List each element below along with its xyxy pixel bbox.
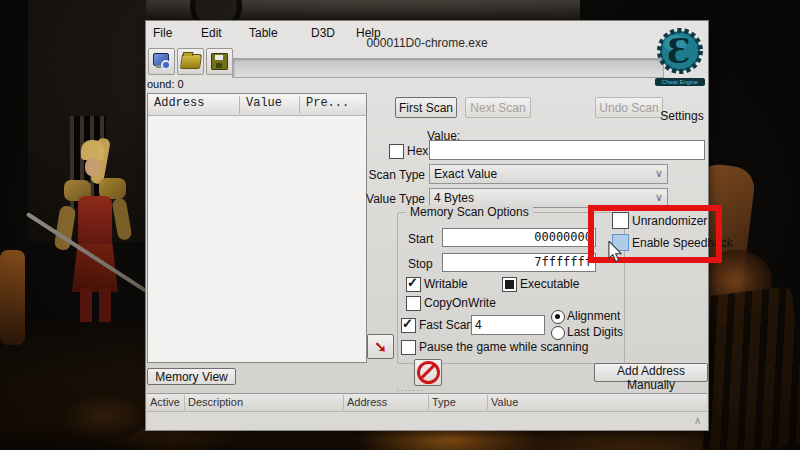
column-divider: [343, 395, 344, 410]
scan-type-select[interactable]: Exact Value ∨: [429, 164, 668, 184]
last-digits-radio[interactable]: [551, 326, 565, 340]
indeterminate-square-icon: [505, 280, 514, 289]
select-process-button[interactable]: [148, 48, 175, 75]
stop-label: Stop: [408, 257, 433, 271]
results-col-previous[interactable]: Pre...: [300, 96, 364, 114]
add-address-manually-button[interactable]: Add Address Manually: [594, 363, 708, 382]
found-count-label: ound: 0: [147, 78, 184, 90]
column-divider: [184, 395, 185, 410]
address-list-table: Active Description Address Type Value ∧: [147, 393, 707, 431]
settings-link[interactable]: Settings: [655, 109, 709, 123]
writable-checkbox[interactable]: ✓: [406, 277, 421, 292]
col-address[interactable]: Address: [347, 396, 387, 408]
save-floppy-icon: [211, 53, 228, 70]
blocked-icon: [417, 361, 440, 384]
scan-type-value: Exact Value: [434, 167, 497, 181]
svg-text:Ɛ: Ɛ: [667, 32, 691, 71]
pause-game-checkbox[interactable]: [401, 340, 416, 355]
col-description[interactable]: Description: [188, 396, 243, 408]
column-divider: [487, 395, 488, 410]
copyonwrite-checkbox[interactable]: [406, 296, 421, 311]
col-value[interactable]: Value: [491, 396, 518, 408]
logo-caption: Cheat Engine: [655, 78, 705, 86]
pause-game-label: Pause the game while scanning: [419, 340, 588, 354]
last-digits-label: Last Digits: [567, 325, 623, 339]
open-table-button[interactable]: [177, 48, 204, 75]
hex-label: Hex: [407, 144, 428, 158]
menu-file[interactable]: File: [153, 26, 172, 42]
col-type[interactable]: Type: [432, 396, 456, 408]
column-divider: [428, 395, 429, 410]
memory-view-button[interactable]: Memory View: [147, 368, 236, 385]
results-col-value[interactable]: Value: [240, 96, 300, 114]
scan-progress-bar: [232, 58, 664, 78]
start-address-input[interactable]: 00000000: [442, 228, 596, 247]
copy-to-addresslist-button[interactable]: ➘: [367, 334, 394, 359]
chevron-down-icon: ∨: [655, 191, 663, 204]
fast-scan-alignment-input[interactable]: 4: [471, 315, 545, 335]
red-arrow-icon: ➘: [374, 338, 387, 355]
address-list-header: Active Description Address Type Value: [147, 394, 707, 412]
alignment-radio[interactable]: [551, 310, 565, 324]
executable-checkbox[interactable]: [502, 277, 517, 292]
fast-scan-checkbox[interactable]: ✓: [401, 318, 416, 333]
memory-scan-options-legend: Memory Scan Options: [406, 205, 533, 219]
scan-type-label: Scan Type: [359, 168, 425, 182]
mouse-cursor: [607, 241, 623, 263]
chevron-down-icon: ∨: [655, 167, 663, 180]
value-input[interactable]: [429, 140, 705, 160]
fast-scan-label: Fast Scan: [419, 318, 473, 332]
save-table-button[interactable]: [206, 48, 233, 75]
executable-label: Executable: [520, 277, 579, 291]
check-icon: ✓: [407, 275, 418, 290]
hex-checkbox[interactable]: [389, 144, 404, 159]
stop-address-input[interactable]: 7fffffff: [442, 253, 596, 272]
check-icon: ✓: [402, 316, 413, 331]
results-col-address[interactable]: Address: [148, 96, 240, 114]
col-active[interactable]: Active: [150, 396, 180, 408]
alignment-label: Alignment: [567, 309, 620, 323]
scan-results-list[interactable]: Address Value Pre...: [147, 93, 367, 363]
attached-process-title: 000011D0-chrome.exe: [266, 36, 588, 50]
start-label: Start: [408, 232, 433, 246]
open-folder-icon: [179, 54, 201, 69]
copyonwrite-label: CopyOnWrite: [424, 296, 496, 310]
next-scan-button[interactable]: Next Scan: [465, 97, 531, 118]
value-type-label: Value Type: [359, 192, 425, 206]
resize-grip-icon[interactable]: ∧: [694, 415, 701, 426]
stop-scan-button[interactable]: [414, 359, 442, 386]
value-type-value: 4 Bytes: [434, 191, 474, 205]
gear-e-icon: Ɛ: [653, 26, 707, 78]
writable-label: Writable: [424, 277, 468, 291]
cheat-engine-logo: Ɛ Cheat Engine: [653, 26, 709, 106]
select-process-icon: [153, 53, 171, 70]
first-scan-button[interactable]: First Scan: [395, 97, 457, 118]
results-header: Address Value Pre...: [148, 94, 366, 116]
menu-edit[interactable]: Edit: [201, 26, 222, 42]
